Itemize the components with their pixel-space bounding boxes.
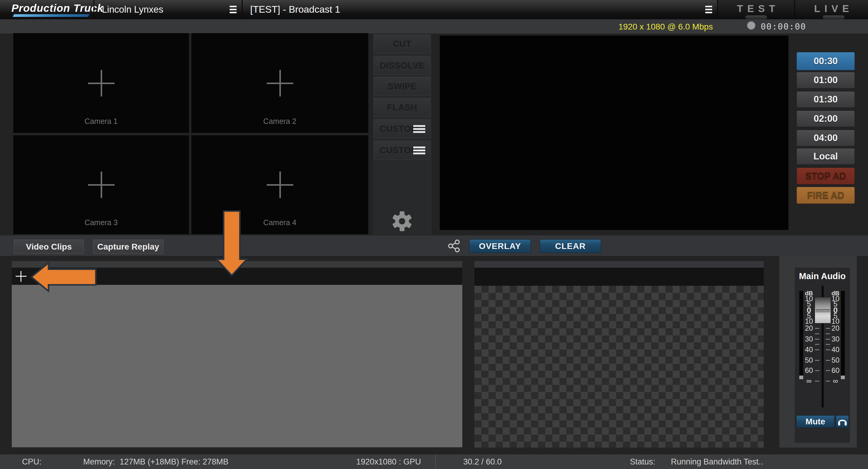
test-indicator	[745, 15, 767, 19]
camera-label: Camera 1	[13, 117, 189, 126]
broadcast-title: [TEST] - Broadcast 1	[250, 4, 340, 15]
camera-label: Camera 2	[191, 117, 368, 126]
db-scale-label: 40	[804, 346, 814, 353]
stop-ad-button[interactable]: STOP AD	[797, 167, 855, 184]
custom-transition-1-button[interactable]: CUSTOM	[374, 119, 430, 138]
ad-duration-0030-button[interactable]: 00:30	[797, 52, 855, 70]
ad-duration-0200-button[interactable]: 02:00	[797, 111, 855, 127]
db-scale-label: ∞	[830, 377, 841, 385]
custom-transition-2-button[interactable]: CUSTOM	[374, 141, 430, 159]
test-label: TEST	[718, 3, 794, 14]
db-scale-label: 40	[830, 346, 841, 353]
scale-tick	[826, 381, 830, 382]
divider	[93, 0, 94, 19]
scale-tick	[826, 333, 830, 334]
camera-2-tile[interactable]: Camera 2	[191, 33, 368, 133]
status-value: Running Bandwidth Test..	[671, 455, 763, 469]
scale-tick	[815, 370, 819, 371]
custom-menu-icon[interactable]	[413, 147, 425, 154]
test-button[interactable]: TEST	[718, 0, 794, 19]
video-clips-button[interactable]: Video Clips	[14, 240, 84, 254]
scale-tick	[826, 344, 830, 345]
overlay-panel-top-strip	[474, 261, 764, 268]
stream-format: 1920 x 1080 @ 6.0 Mbps	[618, 22, 713, 32]
team-menu-icon[interactable]	[230, 6, 237, 13]
camera-add-icon	[267, 70, 293, 96]
camera-3-tile[interactable]: Camera 3	[13, 135, 189, 234]
mute-button[interactable]: Mute	[796, 415, 835, 428]
custom-label: CUSTOM	[379, 145, 418, 155]
status-divider	[435, 455, 436, 469]
app-logo: Production Truck	[11, 2, 103, 14]
headphones-icon	[837, 417, 847, 426]
scale-tick	[826, 349, 830, 350]
camera-1-tile[interactable]: Camera 1	[13, 33, 189, 133]
info-bar: 1920 x 1080 @ 6.0 Mbps 00:00:00	[0, 19, 868, 33]
clear-button[interactable]: CLEAR	[540, 239, 601, 253]
live-label: LIVE	[795, 3, 868, 14]
fader-groove	[815, 309, 830, 312]
status-bar: CPU: Memory: 127MB (+18MB) Free: 278MB 1…	[0, 454, 868, 469]
scale-tick	[826, 339, 830, 340]
meter-foot	[799, 376, 803, 379]
memory-value: 127MB (+18MB) Free: 278MB	[120, 455, 228, 469]
db-scale-label: 50	[804, 356, 814, 364]
app-window: Production Truck Lincoln Lynxes [TEST] -…	[0, 0, 868, 469]
camera-add-icon	[88, 70, 115, 96]
ad-duration-0100-button[interactable]: 01:00	[797, 72, 855, 88]
toolbar: Video Clips Capture Replay OVERLAY CLEAR	[0, 236, 868, 256]
ad-duration-0130-button[interactable]: 01:30	[797, 91, 855, 107]
status-label: Status:	[630, 455, 655, 469]
ad-local-button[interactable]: Local	[797, 148, 855, 164]
program-monitor	[440, 36, 788, 230]
scale-tick	[826, 370, 830, 371]
settings-gear-icon[interactable]	[391, 210, 413, 232]
cpu-label: CPU:	[22, 455, 41, 469]
fps-info: 30.2 / 60.0	[463, 455, 502, 469]
broadcast-menu-icon[interactable]	[705, 6, 712, 13]
annotation-arrow-left-icon	[30, 262, 97, 292]
audio-panel-title: Main Audio	[795, 271, 850, 281]
scale-tick	[815, 344, 819, 345]
scale-tick	[815, 339, 819, 340]
db-scale-label: 30	[830, 335, 841, 343]
scale-tick	[815, 333, 819, 334]
fire-ad-button[interactable]: FIRE AD	[797, 187, 855, 204]
scale-tick	[826, 360, 830, 361]
dissolve-button[interactable]: DISSOLVE	[374, 56, 430, 75]
db-scale-label: 20	[804, 324, 814, 332]
cut-button[interactable]: CUT	[374, 34, 430, 53]
scale-tick	[815, 381, 819, 382]
swipe-button[interactable]: SWIPE	[374, 77, 430, 96]
add-clip-plus-icon[interactable]	[16, 271, 27, 282]
capture-replay-button[interactable]: Capture Replay	[93, 240, 163, 254]
share-nodes-icon[interactable]	[447, 239, 461, 253]
ad-panel: 00:30 01:00 01:30 02:00 04:00 Local STOP…	[797, 52, 855, 206]
camera-add-icon	[88, 171, 115, 198]
live-button[interactable]: LIVE	[795, 0, 868, 19]
scale-tick	[826, 328, 830, 329]
db-scale-label: ∞	[804, 377, 814, 385]
flash-button[interactable]: FLASH	[374, 98, 430, 117]
overlay-transparency-grid	[474, 286, 764, 447]
custom-menu-icon[interactable]	[413, 125, 425, 133]
custom-label: CUSTOM	[379, 124, 418, 133]
monitor-audio-button[interactable]	[836, 415, 849, 428]
volume-fader-knob[interactable]	[815, 297, 831, 323]
clips-panel-body	[12, 285, 462, 447]
audio-meter-left	[799, 291, 803, 379]
stream-timer: 00:00:00	[761, 22, 806, 32]
camera-add-icon	[267, 171, 293, 198]
live-indicator	[823, 15, 844, 19]
db-scale-label: 60	[804, 367, 814, 374]
meter-foot	[841, 376, 845, 379]
overlay-button[interactable]: OVERLAY	[469, 239, 531, 253]
db-scale-label: 20	[830, 324, 841, 332]
divider	[242, 0, 243, 19]
scale-tick	[815, 349, 819, 350]
ad-duration-0400-button[interactable]: 04:00	[797, 130, 855, 146]
top-bar: Production Truck Lincoln Lynxes [TEST] -…	[0, 0, 868, 19]
scale-tick	[815, 360, 819, 361]
record-indicator-icon	[747, 21, 755, 30]
team-name: Lincoln Lynxes	[102, 4, 163, 15]
